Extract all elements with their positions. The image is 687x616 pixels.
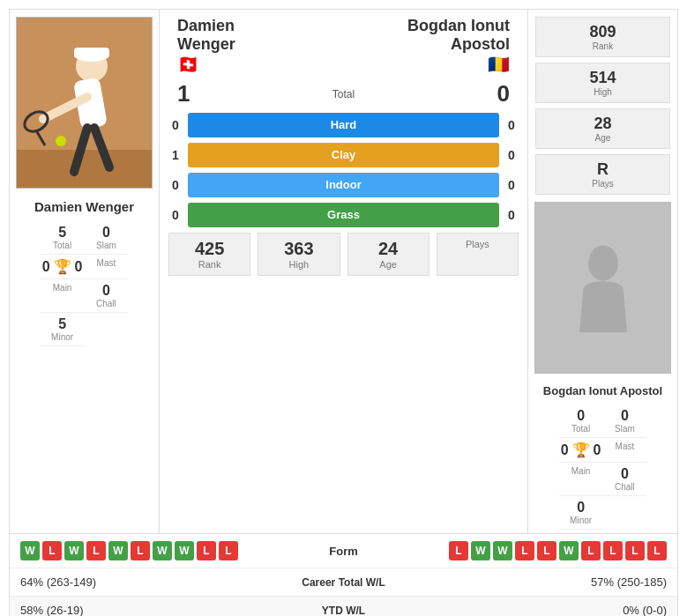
stat-row: 64% (263-149) Career Total W/L 57% (250-… — [10, 568, 677, 597]
stat-row: 58% (26-19) YTD W/L 0% (0-0) — [10, 597, 677, 616]
right-player-photo — [534, 202, 671, 374]
rank-row: 425 Rank 363 High 24 Age Plays — [160, 229, 527, 279]
right-rank-value: 809 — [541, 23, 664, 41]
right-chall-value: 0 — [605, 466, 646, 482]
comparison-panel: Damien Wenger 5 Total 0 Slam 0 🏆 0 Mast — [9, 9, 678, 534]
stats-rows: 64% (263-149) Career Total W/L 57% (250-… — [10, 568, 677, 616]
stat-left-val: 58% (26-19) — [20, 604, 256, 616]
form-badge-left: L — [197, 541, 216, 560]
left-form-badges: WLWLWLWWLL — [20, 541, 291, 560]
form-badge-right: L — [625, 541, 645, 560]
bottom-section: WLWLWLWWLL Form LWWLLWLLLL 64% (263-149)… — [9, 534, 678, 616]
player-names-row: DamienWenger Bogdan IonutApostol — [160, 10, 527, 54]
left-indoor-score: 0 — [168, 173, 183, 197]
right-mast-value: 0 — [561, 442, 569, 458]
right-indoor-score: 0 — [504, 173, 519, 197]
left-high-value: 363 — [262, 239, 335, 259]
form-badge-right: L — [537, 541, 556, 560]
surfaces-section: 0 1 0 0 Hard Clay Indoor Grass 0 0 0 0 — [160, 111, 527, 229]
left-player-name: Damien Wenger — [27, 196, 141, 218]
svg-point-12 — [588, 245, 618, 280]
right-age-box: 28 Age — [535, 108, 670, 149]
form-badge-right: L — [647, 541, 667, 560]
trophy-icon-right: 🏆 — [572, 442, 590, 458]
form-badge-left: L — [131, 541, 150, 560]
right-slam-value: 0 — [605, 408, 646, 424]
indoor-button: Indoor — [188, 173, 499, 197]
right-mast-label-cell: Mast — [603, 438, 647, 463]
left-age-value: 24 — [352, 239, 425, 259]
left-score: 1 — [177, 80, 190, 108]
form-badge-left: W — [64, 541, 84, 560]
form-badge-left: L — [219, 541, 238, 560]
stat-right-val: 57% (250-185) — [432, 575, 668, 589]
right-player-name: Bogdan Ionut Apostol — [536, 381, 669, 401]
left-main-label-cell: Main — [41, 279, 85, 313]
left-clay-score: 1 — [168, 143, 183, 167]
right-mast-label: Mast — [605, 442, 646, 451]
left-grass-score: 0 — [168, 203, 183, 227]
left-slam-value: 0 — [86, 225, 127, 241]
left-total-cell: 5 Total — [41, 221, 85, 255]
left-chall-label: Chall — [86, 299, 127, 308]
left-slam-label: Slam — [86, 241, 127, 250]
left-rank-value: 425 — [173, 239, 246, 259]
right-hard-score: 0 — [504, 113, 519, 137]
left-total-label: Total — [42, 241, 83, 250]
right-main-label: Main — [561, 466, 601, 476]
left-rank-label: Rank — [173, 259, 246, 270]
right-total-value: 0 — [561, 408, 601, 424]
left-player-column: Damien Wenger 5 Total 0 Slam 0 🏆 0 Mast — [10, 10, 160, 533]
form-badge-left: W — [108, 541, 128, 560]
right-high-label: High — [541, 87, 664, 97]
total-scores-row: 1 Total 0 — [160, 78, 527, 111]
right-surface-scores: 0 0 0 0 — [504, 113, 519, 227]
right-slam-cell: 0 Slam — [603, 404, 647, 438]
right-chall-cell: 0 Chall — [603, 463, 647, 496]
right-minor-value: 0 — [561, 500, 601, 516]
svg-point-9 — [56, 136, 66, 146]
left-mast-label: Mast — [86, 258, 127, 268]
right-score: 0 — [497, 80, 510, 108]
left-plays-box: Plays — [437, 233, 519, 276]
right-age-value: 28 — [541, 115, 664, 133]
left-age-box: 24 Age — [347, 233, 429, 276]
right-flag: 🇷🇴 — [488, 54, 510, 75]
hard-button: Hard — [188, 113, 499, 137]
right-minor-cell: 0 Minor — [559, 496, 603, 530]
left-slam-cell: 0 Slam — [85, 221, 129, 255]
left-minor-cell: 5 Minor — [41, 313, 85, 346]
left-age-label: Age — [352, 259, 425, 270]
right-rank-label: Rank — [541, 41, 664, 51]
form-badge-right: W — [493, 541, 512, 560]
right-high-box: 514 High — [535, 63, 670, 103]
left-total-value: 5 — [42, 225, 83, 241]
left-chall-cell: 0 Chall — [85, 279, 129, 313]
right-plays-box: R Plays — [535, 154, 670, 195]
right-clay-score: 0 — [504, 143, 519, 167]
form-badge-left: W — [153, 541, 172, 560]
right-form-badges: LWWLLWLLLL — [397, 541, 668, 560]
svg-rect-1 — [17, 150, 153, 189]
left-main-value: 0 — [75, 259, 83, 275]
form-badge-right: W — [471, 541, 490, 560]
left-plays-label: Plays — [441, 239, 514, 249]
left-minor-value: 5 — [42, 316, 83, 332]
left-rank-box: 425 Rank — [168, 233, 250, 276]
left-high-label: High — [262, 259, 335, 270]
right-player-column: 809 Rank 514 High 28 Age R Plays — [527, 10, 677, 533]
clay-button: Clay — [188, 143, 499, 167]
stat-left-val: 64% (263-149) — [20, 575, 256, 589]
left-main-label: Main — [42, 283, 83, 293]
form-row: WLWLWLWWLL Form LWWLLWLLLL — [10, 534, 677, 568]
left-flag: 🇨🇭 — [177, 54, 199, 75]
left-mast-label-cell: Mast — [85, 255, 129, 279]
right-age-label: Age — [541, 133, 664, 143]
right-name-center: Bogdan IonutApostol — [407, 17, 510, 54]
left-player-photo — [16, 17, 153, 189]
total-label: Total — [332, 88, 355, 100]
left-name-center: DamienWenger — [177, 17, 235, 54]
right-plays-label: Plays — [541, 179, 664, 189]
stat-center-label: YTD W/L — [256, 605, 432, 617]
form-badge-right: L — [603, 541, 623, 560]
